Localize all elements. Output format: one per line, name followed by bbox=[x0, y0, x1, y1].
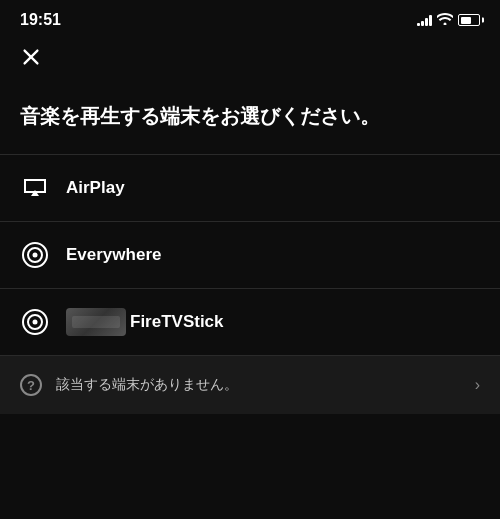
wifi-icon bbox=[437, 12, 453, 28]
page-title: 音楽を再生する端末をお選びください。 bbox=[0, 82, 500, 154]
everywhere-label: Everywhere bbox=[66, 245, 480, 265]
status-bar: 19:51 bbox=[0, 0, 500, 36]
signal-icon bbox=[417, 14, 432, 26]
status-time: 19:51 bbox=[20, 11, 61, 29]
no-device-item[interactable]: ? 該当する端末がありません。 › bbox=[0, 356, 500, 414]
firetvstick-label: FireTVStick bbox=[130, 312, 480, 332]
svg-point-4 bbox=[33, 253, 38, 258]
sonos-icon-2 bbox=[20, 307, 50, 337]
firetvstick-row: FireTVStick bbox=[66, 308, 480, 336]
device-list: AirPlay Everywhere FireTVStick bbox=[0, 154, 500, 356]
sonos-icon bbox=[20, 240, 50, 270]
chevron-right-icon: › bbox=[475, 376, 480, 394]
help-icon: ? bbox=[20, 374, 42, 396]
close-button[interactable] bbox=[0, 36, 500, 82]
airplay-item[interactable]: AirPlay bbox=[0, 155, 500, 222]
airplay-icon bbox=[20, 173, 50, 203]
firetvstick-item[interactable]: FireTVStick bbox=[0, 289, 500, 356]
device-thumbnail bbox=[66, 308, 126, 336]
svg-point-7 bbox=[33, 320, 38, 325]
status-icons bbox=[417, 12, 480, 28]
airplay-label: AirPlay bbox=[66, 178, 480, 198]
battery-icon bbox=[458, 14, 480, 26]
close-icon bbox=[20, 46, 42, 68]
everywhere-item[interactable]: Everywhere bbox=[0, 222, 500, 289]
no-device-text: 該当する端末がありません。 bbox=[56, 376, 461, 394]
